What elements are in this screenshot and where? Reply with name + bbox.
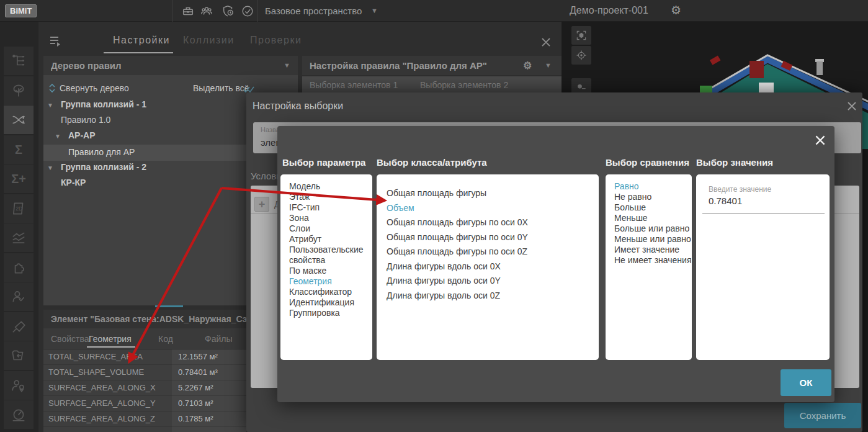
picker-close-icon[interactable]: [813, 133, 827, 147]
table-row: [43, 427, 246, 432]
table-row[interactable]: SURFACE_AREA_ALONG_X 5.2267 м²: [43, 380, 246, 396]
list-item[interactable]: Длина фигуры вдоль оси 0Y: [387, 274, 599, 289]
svg-text:2D: 2D: [16, 205, 22, 212]
rule-settings-header[interactable]: Настройка правила "Правило для АР" ⚙ ▼: [302, 56, 562, 75]
tree-item-rule-for-ar[interactable]: Правило для АР: [68, 147, 135, 157]
users-icon[interactable]: [200, 4, 213, 18]
value-input-placeholder: Введите значение: [709, 185, 771, 194]
list-item[interactable]: Общая площадь фигуры по оси 0X: [387, 215, 599, 230]
table-row[interactable]: SURFACE_AREA_ALONG_Z 0.1785 м²: [43, 412, 246, 427]
list-item[interactable]: Меньше или равно: [614, 234, 692, 245]
list-item[interactable]: Общая площадь фигуры: [387, 186, 599, 201]
col-class-header: Выбор класса/атрибута: [377, 157, 487, 168]
value-box: Введите значение 0.78401: [696, 174, 830, 360]
element-header: Элемент "Базовая стена:ADSK_Наружная_Сэн…: [43, 310, 246, 328]
sidebar-item-sum[interactable]: Σ: [4, 135, 34, 164]
parameter-list: Модель Этаж IFC-тип Зона Слои Атрибут По…: [280, 174, 372, 360]
sidebar-item-2d[interactable]: 2D: [4, 194, 34, 223]
tab-geometry[interactable]: Геометрия: [89, 334, 132, 344]
zoom-fit-button[interactable]: [571, 26, 591, 45]
list-item[interactable]: По маске: [289, 266, 372, 276]
rules-tree-header[interactable]: Дерево правил ▼: [43, 56, 298, 75]
rules-tree-caret-icon[interactable]: ▼: [284, 61, 290, 69]
sidebar-item-plugins[interactable]: [4, 253, 34, 282]
list-item[interactable]: Классификатор: [289, 287, 372, 297]
ok-button[interactable]: ОК: [781, 369, 831, 396]
sidebar-item-user-check[interactable]: [4, 282, 34, 311]
tab-properties[interactable]: Свойства: [51, 334, 89, 344]
tab-code[interactable]: Код: [158, 334, 173, 344]
toolbox-icon[interactable]: [181, 4, 195, 18]
sidebar-item-collisions[interactable]: [4, 106, 34, 134]
tree-expand-icon[interactable]: ▼: [47, 102, 53, 109]
table-row[interactable]: TOTAL_SURFACE_AREA 12.1557 м²: [43, 349, 246, 365]
tree-item-group2[interactable]: Группа коллизий - 2: [61, 162, 146, 172]
sidebar-item-tree[interactable]: [4, 76, 34, 105]
tab-collisions[interactable]: Коллизии: [183, 35, 235, 46]
panel-menu-icon[interactable]: [50, 36, 63, 47]
list-item[interactable]: Длина фигуры вдоль оси 0Z: [387, 289, 599, 304]
sidebar-item-gauge[interactable]: [4, 400, 34, 429]
shield-clock-icon[interactable]: [221, 4, 235, 18]
panel-splitter-handle[interactable]: [155, 305, 183, 307]
workspace-caret-icon[interactable]: ▼: [371, 7, 378, 14]
list-item-selected[interactable]: Равно: [614, 181, 692, 192]
list-item[interactable]: Атрибут: [289, 234, 372, 245]
list-item[interactable]: Зона: [289, 213, 372, 223]
rule-settings-gear-icon[interactable]: ⚙: [523, 60, 532, 71]
panel-close-icon[interactable]: [540, 37, 552, 48]
check-circle-icon[interactable]: [241, 4, 254, 18]
tree-item-group1[interactable]: Группа коллизий - 1: [61, 99, 146, 109]
tab-selection-1[interactable]: Выборка элементов 1: [310, 80, 398, 90]
project-settings-gear-icon[interactable]: ⚙: [671, 3, 681, 17]
active-tab-underline: [104, 52, 173, 53]
tree-item-ar-ar[interactable]: АР-АР: [68, 130, 96, 140]
tab-files[interactable]: Файлы: [205, 334, 232, 344]
list-item[interactable]: Группировка: [289, 308, 372, 318]
topbar-divider: [257, 0, 258, 22]
tree-expand-icon[interactable]: ▼: [55, 133, 61, 140]
list-item[interactable]: Этаж: [289, 192, 372, 202]
modal-close-icon[interactable]: [846, 100, 858, 112]
list-item[interactable]: Пользовательские свойства: [289, 245, 367, 266]
list-item[interactable]: Модель: [289, 181, 372, 192]
rule-settings-caret-icon[interactable]: ▼: [545, 61, 552, 69]
list-item[interactable]: Имеет значение: [614, 245, 692, 255]
table-row[interactable]: TOTAL_SHAPE_VOLUME 0.78401 м³: [43, 365, 246, 380]
locate-target-button[interactable]: [571, 46, 591, 65]
select-all-button[interactable]: Выделить всё: [193, 83, 249, 93]
list-item[interactable]: Длина фигуры вдоль оси 0X: [387, 259, 599, 274]
list-item-selected[interactable]: Геометрия: [289, 276, 372, 287]
list-item[interactable]: Не равно: [614, 192, 692, 202]
sidebar-item-user-location[interactable]: [4, 371, 34, 400]
list-item[interactable]: Не имеет значения: [614, 255, 692, 266]
sidebar-item-folder-export[interactable]: [4, 341, 34, 370]
add-condition-button[interactable]: +: [254, 197, 269, 212]
list-item[interactable]: IFC-тип: [289, 202, 372, 213]
tab-checks[interactable]: Проверки: [250, 35, 302, 46]
sidebar-item-structure[interactable]: [4, 47, 34, 75]
list-item[interactable]: Идентификация: [289, 297, 372, 308]
collapse-tree-button[interactable]: Свернуть дерево: [60, 83, 129, 93]
collapse-tree-icon[interactable]: [48, 83, 56, 93]
list-item[interactable]: Общая площадь фигуры по оси 0Y: [387, 230, 599, 245]
list-item-selected[interactable]: Объем: [387, 201, 599, 216]
tab-selection-2[interactable]: Выборка элементов 2: [420, 80, 508, 90]
tree-item-kr-kr[interactable]: КР-КР: [61, 178, 86, 187]
workspace-selector[interactable]: Базовое пространство: [265, 6, 362, 16]
list-item[interactable]: Общая площадь фигуры по оси 0Z: [387, 245, 599, 259]
value-input[interactable]: 0.78401: [709, 196, 742, 206]
table-row[interactable]: SURFACE_AREA_ALONG_Y 0.7103 м²: [43, 396, 246, 412]
tree-item-rule10[interactable]: Правило 1.0: [61, 115, 110, 125]
save-button[interactable]: Сохранить: [784, 403, 861, 428]
list-item[interactable]: Меньше: [614, 213, 692, 223]
list-item[interactable]: Слои: [289, 223, 372, 234]
list-item[interactable]: Больше или равно: [614, 223, 692, 234]
property-name: TOTAL_SURFACE_AREA: [43, 349, 172, 365]
sidebar-item-sum-add[interactable]: Σ+: [4, 164, 34, 193]
sidebar-item-trowel[interactable]: [4, 312, 34, 341]
sidebar-item-charts[interactable]: [4, 223, 34, 252]
tab-settings[interactable]: Настройки: [113, 35, 170, 46]
tree-expand-icon[interactable]: ▼: [47, 164, 53, 171]
list-item[interactable]: Больше: [614, 202, 692, 213]
